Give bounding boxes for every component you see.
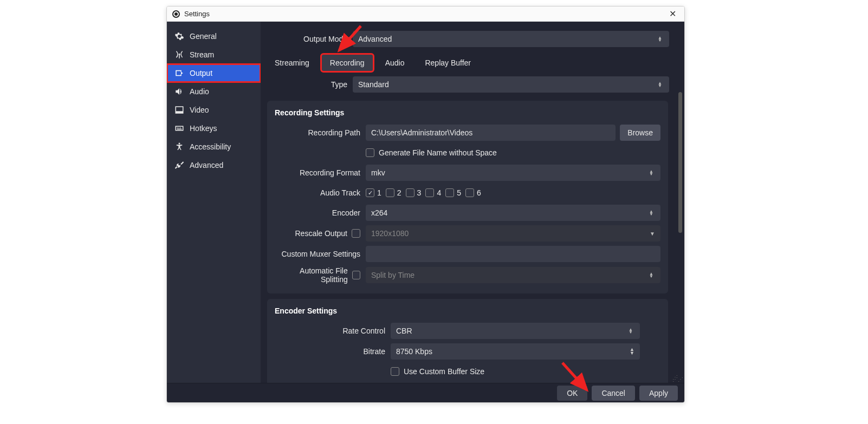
sidebar-item-output[interactable]: Output — [167, 64, 261, 82]
tab-streaming[interactable]: Streaming — [266, 54, 318, 71]
close-icon[interactable]: ✕ — [666, 9, 679, 19]
vertical-scrollbar[interactable] — [678, 92, 682, 233]
output-mode-select[interactable]: Advanced ▲▼ — [353, 31, 669, 47]
sidebar-item-label: Advanced — [190, 161, 223, 169]
encoder-settings-title: Encoder Settings — [271, 304, 664, 321]
output-mode-label: Output Mode — [266, 35, 353, 43]
muxer-label: Custom Muxer Settings — [275, 250, 366, 258]
sidebar-item-video[interactable]: Video — [167, 101, 261, 119]
spinner-icon: ▲▼ — [656, 82, 664, 87]
sidebar-item-label: Video — [190, 106, 209, 114]
spinner-icon: ▲▼ — [647, 170, 655, 175]
tab-audio[interactable]: Audio — [377, 54, 413, 71]
output-icon — [174, 68, 184, 78]
tools-icon — [174, 160, 184, 170]
rescale-output-select: 1920x1080 ▼ — [366, 225, 660, 242]
spinner-icon: ▲▼ — [647, 210, 655, 216]
audio-track-3-checkbox[interactable] — [406, 188, 414, 197]
gear-icon — [174, 31, 184, 41]
settings-window: Settings ✕ General Stream Output Audio — [166, 6, 685, 403]
rescale-output-label: Rescale Output — [295, 229, 348, 238]
filename-nospace-checkbox[interactable]: Generate File Name without Space — [366, 148, 497, 157]
audio-track-4-checkbox[interactable] — [425, 188, 434, 197]
number-spinner-icon[interactable]: ▲▼ — [630, 348, 634, 355]
spinner-icon: ▲▼ — [627, 328, 634, 334]
sidebar-item-label: Output — [190, 69, 212, 77]
bitrate-input[interactable]: 8750 Kbps ▲▼ — [391, 343, 640, 360]
keyboard-icon — [174, 123, 184, 133]
dialog-footer: OK Cancel Apply — [167, 383, 684, 402]
accessibility-icon — [174, 142, 184, 152]
tab-replay-buffer[interactable]: Replay Buffer — [416, 54, 480, 71]
monitor-icon — [174, 105, 184, 115]
recording-settings-title: Recording Settings — [271, 106, 664, 122]
encoder-select[interactable]: x264 ▲▼ — [366, 205, 660, 221]
cancel-button[interactable]: Cancel — [592, 386, 635, 401]
sidebar-item-label: Hotkeys — [190, 124, 217, 133]
sidebar: General Stream Output Audio Video Hotkey… — [167, 22, 261, 383]
sidebar-item-advanced[interactable]: Advanced — [167, 156, 261, 174]
sidebar-item-label: Accessibility — [190, 142, 231, 151]
sidebar-item-label: Audio — [190, 87, 209, 96]
titlebar: Settings ✕ — [167, 6, 684, 22]
audio-track-6-checkbox[interactable] — [465, 188, 474, 197]
window-title: Settings — [184, 10, 210, 18]
file-splitting-checkbox[interactable] — [352, 271, 360, 279]
audio-track-5-checkbox[interactable] — [445, 188, 454, 197]
split-select: Split by Time ▲▼ — [366, 267, 660, 283]
spinner-icon: ▲▼ — [647, 272, 655, 278]
main-panel: Output Mode Advanced ▲▼ Streaming Record… — [261, 22, 684, 383]
muxer-input[interactable] — [366, 246, 660, 262]
rescale-output-checkbox[interactable] — [352, 229, 360, 238]
bitrate-label: Bitrate — [299, 347, 391, 356]
recording-format-select[interactable]: mkv ▲▼ — [366, 165, 660, 181]
recording-settings-section: Recording Settings Recording Path Browse — [267, 101, 668, 293]
sidebar-item-audio[interactable]: Audio — [167, 82, 261, 101]
recording-path-label: Recording Path — [275, 128, 366, 137]
audio-track-2-checkbox[interactable] — [386, 188, 394, 197]
rate-control-select[interactable]: CBR ▲▼ — [391, 323, 640, 339]
tab-recording[interactable]: Recording — [321, 54, 373, 71]
sidebar-item-accessibility[interactable]: Accessibility — [167, 138, 261, 156]
speaker-icon — [174, 87, 184, 96]
apply-button[interactable]: Apply — [639, 386, 678, 401]
browse-button[interactable]: Browse — [620, 125, 660, 141]
checkbox-icon — [391, 367, 399, 376]
sidebar-item-label: Stream — [190, 50, 214, 59]
type-select[interactable]: Standard ▲▼ — [353, 76, 669, 93]
checkbox-icon — [366, 148, 374, 157]
split-label: Automatic File Splitting — [275, 266, 348, 284]
rate-control-label: Rate Control — [299, 327, 391, 335]
recording-path-input[interactable] — [366, 125, 616, 141]
encoder-settings-section: Encoder Settings Rate Control CBR ▲▼ Bit… — [267, 299, 668, 383]
antenna-icon — [174, 50, 184, 60]
sidebar-item-stream[interactable]: Stream — [167, 45, 261, 64]
obs-icon — [172, 10, 180, 18]
spinner-icon: ▲▼ — [656, 36, 664, 42]
type-label: Type — [266, 80, 353, 89]
output-tabs: Streaming Recording Audio Replay Buffer — [261, 50, 675, 74]
audio-track-label: Audio Track — [275, 188, 366, 197]
sidebar-item-hotkeys[interactable]: Hotkeys — [167, 119, 261, 138]
audio-track-1-checkbox[interactable] — [366, 188, 374, 197]
sidebar-item-label: General — [190, 32, 217, 41]
recording-format-label: Recording Format — [275, 168, 366, 177]
ok-button[interactable]: OK — [557, 386, 587, 401]
encoder-label: Encoder — [275, 208, 366, 217]
sidebar-item-general[interactable]: General — [167, 27, 261, 45]
custom-buffer-checkbox[interactable]: Use Custom Buffer Size — [391, 367, 484, 376]
chevron-down-icon: ▼ — [650, 231, 655, 237]
